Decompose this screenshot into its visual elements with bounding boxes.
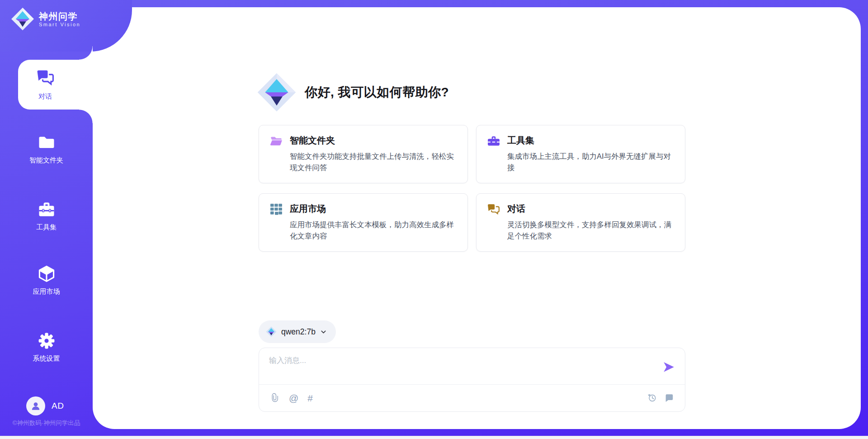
chat-icon	[487, 203, 500, 215]
composer: @ #	[259, 348, 685, 412]
app-logo: 神州问学 Smart Vision	[11, 7, 80, 31]
app-window: 你好, 我可以如何帮助你? 智能文件夹 智能文件夹功能支持批量文件上传与清洗，轻…	[0, 0, 868, 439]
sidebar-item-label: 工具集	[36, 223, 57, 232]
card-chat[interactable]: 对话 灵活切换多模型文件，支持多样回复效果调试，满足个性化需求	[476, 193, 685, 252]
brand-diamond-icon	[266, 326, 277, 337]
card-app-market[interactable]: 应用市场 应用市场提供丰富长文本模板，助力高效生成多样化文章内容	[259, 193, 468, 252]
toolbox-icon	[487, 135, 500, 147]
card-title: 工具集	[507, 134, 534, 147]
history-icon[interactable]	[647, 393, 657, 403]
chat-bubble-icon[interactable]	[664, 393, 674, 403]
chevron-down-icon	[320, 329, 327, 335]
model-selector[interactable]: qwen2:7b	[259, 320, 336, 343]
app-title: 神州问学	[39, 11, 80, 22]
card-title: 智能文件夹	[290, 134, 335, 147]
bottom-edge-strip	[0, 436, 868, 439]
user-initials: AD	[52, 401, 64, 411]
main-panel: 你好, 我可以如何帮助你? 智能文件夹 智能文件夹功能支持批量文件上传与清洗，轻…	[93, 7, 861, 429]
greeting-text: 你好, 我可以如何帮助你?	[305, 84, 449, 101]
mention-icon[interactable]: @	[289, 393, 298, 403]
sidebar-item-settings[interactable]: 系统设置	[0, 331, 93, 363]
card-title: 应用市场	[290, 203, 326, 215]
feature-cards: 智能文件夹 智能文件夹功能支持批量文件上传与清洗，轻松实现文件问答	[259, 125, 685, 252]
cube-icon	[37, 264, 57, 284]
brand-diamond-icon	[11, 7, 34, 31]
hash-icon[interactable]: #	[307, 393, 313, 403]
card-description: 灵活切换多模型文件，支持多样回复效果调试，满足个性化需求	[507, 219, 674, 242]
card-description: 智能文件夹功能支持批量文件上传与清洗，轻松实现文件问答	[290, 151, 457, 173]
model-name: qwen2:7b	[281, 327, 316, 337]
message-input[interactable]	[268, 354, 654, 382]
folder-icon	[37, 133, 57, 153]
tab-fillet-top	[79, 46, 93, 60]
card-toolset[interactable]: 工具集 集成市场上主流工具，助力AI与外界无缝扩展与对接	[476, 125, 685, 183]
sidebar-item-label: 对话	[18, 92, 72, 101]
grid-icon	[270, 203, 283, 215]
chat-icon	[35, 67, 55, 87]
user-profile[interactable]: AD	[26, 396, 64, 415]
gear-icon	[37, 331, 57, 351]
sidebar-item-smart-folder[interactable]: 智能文件夹	[0, 133, 93, 165]
card-description: 应用市场提供丰富长文本模板，助力高效生成多样化文章内容	[290, 219, 457, 242]
sidebar-item-toolset[interactable]: 工具集	[0, 200, 93, 232]
composer-toolbar: @ #	[270, 384, 674, 411]
card-title: 对话	[507, 203, 525, 215]
avatar	[26, 396, 45, 415]
tab-fillet-bottom	[79, 110, 93, 123]
greeting: 你好, 我可以如何帮助你?	[257, 72, 449, 112]
folder-icon	[270, 135, 283, 147]
copyright-footer: ©神州数码·神州问学出品	[0, 419, 93, 427]
card-smart-folder[interactable]: 智能文件夹 智能文件夹功能支持批量文件上传与清洗，轻松实现文件问答	[259, 125, 468, 183]
sidebar-item-app-market[interactable]: 应用市场	[0, 264, 93, 296]
sidebar-item-label: 系统设置	[33, 354, 60, 363]
sidebar-item-label: 应用市场	[33, 287, 60, 296]
person-icon	[29, 400, 42, 412]
card-description: 集成市场上主流工具，助力AI与外界无缝扩展与对接	[507, 151, 674, 173]
paperclip-icon[interactable]	[270, 393, 280, 403]
brand-diamond-icon	[257, 72, 297, 112]
sidebar-item-label: 智能文件夹	[29, 156, 63, 165]
app-subtitle: Smart Vision	[39, 22, 80, 27]
sidebar-item-chat[interactable]: 对话	[18, 60, 93, 110]
send-icon[interactable]	[662, 361, 675, 373]
toolbox-icon	[37, 200, 57, 220]
